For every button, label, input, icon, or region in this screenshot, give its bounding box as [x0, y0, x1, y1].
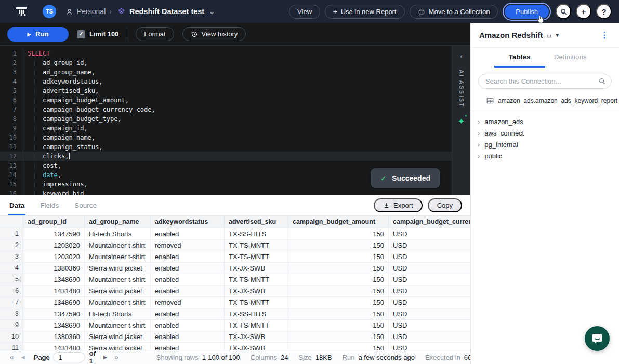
cell-ad-group-id[interactable]: 1347590 [23, 308, 85, 319]
table-row[interactable]: 4 1380360 Sierra wind jacket enabled TX-… [0, 263, 470, 274]
cell-ad-group-name[interactable]: Sierra wind jacket [85, 263, 151, 274]
cell-campaign-budget-amount[interactable]: 150 [288, 251, 389, 262]
cell-ad-group-id[interactable]: 1380360 [23, 331, 85, 342]
cell-ad-group-name[interactable]: Hi-tech Shorts [85, 228, 151, 239]
cell-ad-group-name[interactable]: Sierra wind jacket [85, 286, 151, 296]
cell-adkeywordstatus[interactable]: enabled [151, 308, 225, 319]
editor-line[interactable]: 10 campaign_name, [0, 133, 470, 142]
connection-selector[interactable]: Amazon Redshift ▾ [479, 31, 559, 39]
intercom-chat-button[interactable] [585, 326, 610, 351]
view-history-button[interactable]: View history [182, 27, 246, 41]
search-connection-input[interactable] [478, 74, 612, 89]
cell-ad-group-id[interactable]: 1203020 [23, 251, 85, 262]
cell-adkeywordstatus[interactable]: enabled [151, 286, 225, 296]
table-row[interactable]: 5 1348690 Mountaineer t-shirt enabled TX… [0, 274, 470, 286]
schema-tree-item[interactable]: pg_internal [471, 139, 619, 150]
sidebar-tab[interactable]: Tables [494, 48, 545, 68]
sidebar-tab[interactable]: Definitions [545, 48, 596, 68]
cell-campaign-budget-amount[interactable]: 150 [288, 228, 389, 239]
cell-ad-group-name[interactable]: Mountaineer t-shirt [85, 274, 151, 285]
column-header[interactable]: campaign_budget_amount [288, 216, 389, 228]
pinned-table-item[interactable]: amazon_ads.amazon_ads_keyword_report [471, 96, 619, 106]
cell-adkeywordstatus[interactable]: enabled [151, 228, 225, 239]
cell-campaign-budget-currency[interactable]: USD [389, 274, 470, 285]
breadcrumb-personal[interactable]: Personal [77, 7, 106, 16]
editor-line[interactable]: 3 ad_group_name, [0, 68, 470, 77]
editor-line[interactable]: 9 campaign_id, [0, 124, 470, 133]
cell-advertised-sku[interactable]: TX-JX-SWB [225, 343, 288, 350]
editor-line[interactable]: 4 adkeywordstatus, [0, 77, 470, 86]
cell-campaign-budget-amount[interactable]: 150 [288, 308, 389, 319]
cell-ad-group-name[interactable]: Sierra wind jacket [85, 343, 151, 350]
sql-editor[interactable]: 1 SELECT 2 ad_group_id, 3 ad_group_name, [0, 46, 470, 195]
format-button[interactable]: Format [136, 27, 174, 41]
cell-advertised-sku[interactable]: TX-JX-SWB [225, 263, 288, 274]
cell-ad-group-id[interactable]: 1380360 [23, 263, 85, 274]
table-row[interactable]: 7 1348690 Mountaineer t-shirt removed TX… [0, 297, 470, 308]
cell-ad-group-id[interactable]: 1203020 [23, 240, 85, 251]
results-tab[interactable]: Data [8, 196, 25, 215]
help-button[interactable]: ? [596, 4, 612, 19]
use-in-new-report-button[interactable]: + Use in new Report [325, 5, 405, 19]
cell-campaign-budget-amount[interactable]: 150 [288, 297, 389, 308]
next-page-icon[interactable]: ▶ [100, 355, 111, 360]
search-button[interactable] [556, 4, 571, 19]
run-button[interactable]: ▶ Run [7, 27, 69, 42]
editor-line[interactable]: 1 SELECT [0, 49, 470, 58]
table-row[interactable]: 6 1431480 Sierra wind jacket enabled TX-… [0, 286, 470, 297]
results-tab[interactable]: Source [73, 196, 98, 215]
editor-line[interactable]: 5 advertised_sku, [0, 86, 470, 96]
table-row[interactable]: 8 1347590 Hi-tech Shorts enabled TX-SS-H… [0, 308, 470, 320]
cell-campaign-budget-currency[interactable]: USD [389, 308, 470, 319]
cell-ad-group-id[interactable]: 1348690 [23, 297, 85, 308]
cell-advertised-sku[interactable]: TX-SS-HITS [225, 228, 288, 239]
cell-campaign-budget-currency[interactable]: USD [389, 286, 470, 296]
editor-line[interactable]: 11 campaign_status, [0, 142, 470, 152]
cell-ad-group-name[interactable]: Mountaineer t-shirt [85, 297, 151, 308]
table-row[interactable]: 2 1203020 Mountaineer t-shirt removed TX… [0, 240, 470, 251]
editor-line[interactable]: 12 clicks, [0, 152, 470, 161]
cell-ad-group-name[interactable]: Mountaineer t-shirt [85, 251, 151, 262]
cell-adkeywordstatus[interactable]: enabled [151, 320, 225, 331]
cell-adkeywordstatus[interactable]: enabled [151, 274, 225, 285]
cell-ad-group-name[interactable]: Hi-tech Shorts [85, 308, 151, 319]
cell-campaign-budget-amount[interactable]: 150 [288, 274, 389, 285]
column-header[interactable]: campaign_budget_currency_code [389, 216, 470, 228]
cell-ad-group-name[interactable]: Mountaineer t-shirt [85, 240, 151, 251]
cell-adkeywordstatus[interactable]: removed [151, 297, 225, 308]
editor-line[interactable]: 2 ad_group_id, [0, 58, 470, 68]
page-number-input[interactable] [53, 352, 85, 362]
cell-adkeywordstatus[interactable]: enabled [151, 251, 225, 262]
cell-campaign-budget-amount[interactable]: 150 [288, 331, 389, 342]
schema-tree-item[interactable]: amazon_ads [471, 116, 619, 127]
cell-campaign-budget-currency[interactable]: USD [389, 228, 470, 239]
editor-line[interactable]: 8 campaign_budget_type, [0, 114, 470, 124]
cell-campaign-budget-amount[interactable]: 150 [288, 286, 389, 296]
avatar[interactable]: TS [43, 5, 56, 18]
view-button[interactable]: View [289, 5, 320, 19]
document-title[interactable]: Redshift Dataset test ⌄ [117, 7, 215, 16]
prev-page-icon[interactable]: ◀ [18, 355, 29, 360]
table-row[interactable]: 10 1380360 Sierra wind jacket enabled TX… [0, 331, 470, 343]
cell-campaign-budget-currency[interactable]: USD [389, 297, 470, 308]
create-new-button[interactable]: + [576, 4, 591, 19]
cell-ad-group-id[interactable]: 1348690 [23, 274, 85, 285]
cell-ad-group-name[interactable]: Mountaineer t-shirt [85, 320, 151, 331]
cell-ad-group-name[interactable]: Sierra wind jacket [85, 331, 151, 342]
cell-campaign-budget-currency[interactable]: USD [389, 343, 470, 350]
cell-advertised-sku[interactable]: TX-SS-HITS [225, 308, 288, 319]
column-header[interactable]: ad_group_name [85, 216, 151, 228]
results-tab[interactable]: Fields [39, 196, 60, 215]
editor-line[interactable]: 16 keyword_bid, [0, 189, 470, 195]
move-to-collection-button[interactable]: Move to a Collection [410, 5, 498, 19]
cell-campaign-budget-currency[interactable]: USD [389, 331, 470, 342]
schema-tree-item[interactable]: public [471, 150, 619, 161]
cell-campaign-budget-currency[interactable]: USD [389, 240, 470, 251]
editor-line[interactable]: 7 campaign_budget_currency_code, [0, 105, 470, 114]
collapse-chevron-icon[interactable]: ‹ [460, 52, 463, 60]
cell-campaign-budget-amount[interactable]: 150 [288, 263, 389, 274]
cell-ad-group-id[interactable]: 1348690 [23, 320, 85, 331]
cell-ad-group-id[interactable]: 1431480 [23, 343, 85, 350]
export-button[interactable]: Export [374, 198, 423, 212]
kebab-menu-icon[interactable]: ⋮ [598, 30, 611, 40]
